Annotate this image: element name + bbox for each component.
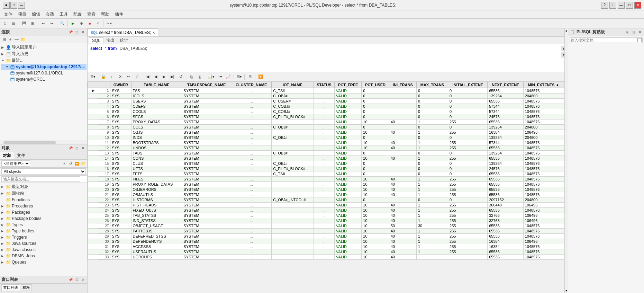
sub-tab-sql[interactable]: SQL (89, 37, 103, 43)
grid-prev[interactable]: ◀ (152, 73, 160, 81)
grid-filter[interactable]: 🔽 (257, 73, 264, 81)
obj-folder[interactable]: 📁 (80, 161, 86, 166)
grid-toolbar-dropdown[interactable]: ⊞▾ (89, 73, 97, 81)
expand-arrow[interactable]: ▶ (1, 185, 6, 188)
obj-recycle[interactable]: ▶ 📁 回收站 (1, 190, 87, 197)
conn-tree-import-history[interactable]: ▶ 📋 导入历史 (1, 51, 87, 57)
toolbar-find[interactable]: 🔍 (58, 20, 66, 27)
expand-arrow[interactable]: ▶ (1, 236, 6, 239)
obj-float[interactable]: ⊡ (74, 145, 80, 151)
th-next-extent[interactable]: NEXT_EXTENT (488, 82, 523, 88)
sql-tab[interactable]: SQL select * from DBA_TABLES; ✕ (88, 28, 158, 36)
grid-chart[interactable]: 📈 (225, 73, 232, 81)
grid-export-csv[interactable]: 📊▾ (207, 73, 216, 81)
wl-tab-windows[interactable]: 窗口列表 (1, 284, 20, 291)
tab-close-btn[interactable]: ✕ (152, 31, 155, 35)
table-row[interactable]: 13SYSTABSSYSTEM...C_OBJ#...VALID00013926… (88, 151, 568, 156)
wl-close[interactable]: ✕ (80, 277, 86, 283)
grid-lock[interactable]: 🔒 (100, 73, 107, 81)
table-row[interactable]: 31SYSACCESSSSYSTEM......VALID10401255163… (88, 244, 568, 249)
table-row[interactable]: 29SYSDEFERRED_STGSSYSTEM......VALID10401… (88, 234, 568, 239)
table-row[interactable]: 16SYSUETSSYSTEM...C_FILE#_BLOCK#...VALID… (88, 166, 568, 171)
th-rownum[interactable] (98, 82, 110, 88)
sub-tab-output[interactable]: 输出 (103, 37, 117, 44)
snippet-close[interactable]: ✕ (637, 29, 643, 35)
obj-package-bodies[interactable]: ▶ 📁 Package bodies (1, 215, 87, 222)
table-row[interactable]: 17SYSFETSSYSTEM...C_TS#...VALID000655361… (88, 171, 568, 177)
snippet-copy2[interactable]: ⎘ (631, 29, 636, 35)
table-row[interactable]: 33SYSUGROUPSSYSTEM......VALID10406553610… (88, 255, 568, 260)
vscroll-down[interactable]: ▼ (565, 289, 568, 292)
conn-hscroll[interactable] (0, 141, 87, 144)
expand-arrow[interactable]: ▶ (1, 261, 6, 264)
obj-refresh[interactable]: ↺ (68, 161, 73, 166)
table-row[interactable]: 22SYSHISTGRMSSYSTEM...C_OBJ#_INTCOL#...V… (88, 197, 568, 203)
th-table-name[interactable]: TABLE_NAME (131, 82, 182, 88)
expand-arrow[interactable]: ▶ (1, 223, 6, 227)
table-row[interactable]: 8SYSCOLSSYSTEM...C_OBJ#...VALID000139264… (88, 125, 568, 130)
toolbar-open[interactable]: ▤ (10, 20, 17, 27)
toolbar-new[interactable]: □ (1, 20, 9, 27)
menu-help[interactable]: 帮助 (98, 11, 112, 18)
help-btn[interactable]: ? (601, 2, 608, 9)
connection-pin[interactable]: 📌 (68, 29, 73, 35)
menu-file[interactable]: 文件 (1, 11, 15, 18)
expand-arrow[interactable]: ▶ (1, 248, 6, 251)
table-row[interactable]: 23SYSHIST_HEADSSYSTEM......VALID10401255… (88, 203, 568, 208)
expand-arrow[interactable]: ▶ (1, 205, 6, 208)
expand-arrow[interactable]: ▶ (1, 255, 6, 258)
th-min-extents[interactable]: MIN_EXTENTS ▲ (523, 82, 564, 88)
obj-type-filter[interactable]: All objects (1, 168, 86, 175)
table-row[interactable]: 19SYSPROXY_ROLE_DATASSYSTEM......VALID10… (88, 182, 568, 187)
grid-copy[interactable]: ⎘ (188, 73, 195, 81)
snippet-search-input[interactable] (571, 38, 637, 42)
table-row[interactable]: 26SYSIND_STATSSSYSTEM......VALID10401255… (88, 218, 568, 223)
menu-view[interactable]: 查看 (84, 11, 98, 18)
maximize-btn[interactable]: □ (626, 2, 633, 9)
sub-tab-stats[interactable]: 统计 (117, 37, 131, 44)
obj-close[interactable]: ✕ (80, 145, 86, 151)
menu-project[interactable]: 项目 (15, 11, 29, 18)
info-btn[interactable]: i (609, 2, 616, 9)
obj-packages[interactable]: ▶ 📁 Packages (1, 209, 87, 215)
conn-tree-system-orcl[interactable]: system@ORCL (1, 76, 87, 82)
grid-table-view[interactable]: ⊞ (246, 73, 254, 81)
conn-folder[interactable]: 📁 (20, 37, 26, 42)
table-row[interactable]: 4SYSCDEFSSYSTEM...C_COBJ#...VALID0005734… (88, 104, 568, 109)
table-row[interactable]: 6SYSSEGSSYSTEM...C_FILE#_BLOCK#...VALID0… (88, 114, 568, 119)
expand-arrow[interactable]: ▶ (1, 211, 6, 214)
grid-delete-row[interactable]: ✕ (116, 73, 124, 81)
table-row[interactable]: 5SYSCCOLSSYSTEM...C_COBJ#...VALID0005734… (88, 109, 568, 114)
th-initial-extent[interactable]: INITIAL_EXTENT (448, 82, 488, 88)
table-row[interactable]: 30SYSDEPENDENCYSSYSTEM......VALID1040125… (88, 239, 568, 244)
th-pct-used[interactable]: PCT_USED (362, 82, 389, 88)
toolbar-save-all[interactable]: ⊞ (29, 20, 36, 27)
obj-procedures[interactable]: ▶ 📁 Procedures (1, 203, 87, 209)
sql-editor[interactable]: select * from DBA_TABLES; ▲ ▼ (88, 44, 568, 72)
grid-revert[interactable]: ↩ (125, 73, 132, 81)
minimize-btn[interactable]: — (618, 2, 625, 9)
obj-tab-files[interactable]: 文件 (14, 152, 28, 159)
conn-tree-system-local[interactable]: system@127.0.0.1/ORCL (1, 70, 87, 76)
table-row[interactable]: 2SYSICOLSSYSTEM...C_OBJ#...VALID00013926… (88, 94, 568, 99)
th-ini-trans[interactable]: INI_TRANS (389, 82, 416, 88)
menu-session[interactable]: 会话 (43, 11, 57, 18)
table-row[interactable]: 27SYSOBJECT_USAGESYSTEM......VALID105030… (88, 223, 568, 229)
conn-tree-import-users[interactable]: ▶ 👤 导入固定用户 (1, 44, 87, 51)
table-row[interactable]: 15SYSCLUSSYSTEM...C_OBJ#...VALID00013926… (88, 161, 568, 166)
obj-add[interactable]: + (62, 161, 67, 166)
conn-remove[interactable]: — (14, 37, 19, 42)
conn-add[interactable]: + (8, 37, 13, 42)
table-row[interactable]: 20SYSOBJERRORSSYSTEM......VALID104012556… (88, 187, 568, 192)
center-vscroll[interactable]: ▲ ▼ (564, 28, 568, 293)
table-row[interactable]: 25SYSTAB_STATSSSYSTEM......VALID10401255… (88, 213, 568, 218)
menu-plugins[interactable]: 插件 (112, 11, 126, 18)
window-list-item[interactable]: SQL SQL 窗口 - select * from DBA_TABLES; (0, 292, 87, 293)
table-row[interactable]: 24SYSFIXED_OBJSSYSTEM......VALID10401255… (88, 208, 568, 213)
th-iot[interactable]: IOT_NAME (272, 82, 314, 88)
conn-tree-recent[interactable]: ▼ 📁 最近... (1, 57, 87, 64)
obj-type-bodies[interactable]: ▶ 📁 Type bodies (1, 228, 87, 234)
table-row[interactable]: 32SYSUSERAUTHSSYSTEM......VALID104012556… (88, 249, 568, 255)
menu-config[interactable]: 配置 (71, 11, 84, 18)
expand-arrow[interactable]: ▶ (1, 242, 6, 245)
